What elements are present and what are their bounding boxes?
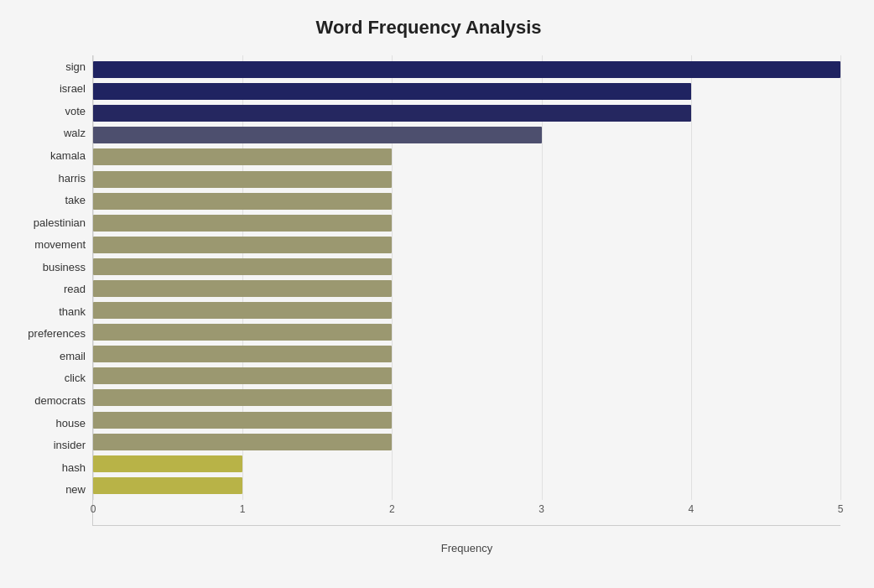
- bar-row: [93, 300, 840, 320]
- bar: [93, 280, 392, 297]
- bar-row: [93, 81, 840, 101]
- bar: [93, 83, 691, 100]
- y-label: israel: [60, 78, 86, 100]
- bar-row: [93, 322, 840, 342]
- bar: [93, 346, 392, 362]
- bar: [93, 455, 242, 472]
- bar-row: [93, 257, 840, 277]
- bar: [93, 258, 392, 275]
- bar-row: [93, 344, 840, 364]
- chart-container: Word Frequency Analysis signisraelvotewa…: [0, 0, 874, 588]
- bar: [93, 105, 691, 122]
- bar-row: [93, 454, 840, 474]
- y-label: read: [64, 278, 86, 300]
- y-label: house: [56, 412, 86, 434]
- y-label: business: [43, 256, 86, 278]
- bar-row: [93, 191, 840, 211]
- x-tick: 0: [91, 503, 96, 515]
- y-label: harris: [58, 167, 86, 189]
- bar-row: [93, 278, 840, 299]
- bar: [93, 412, 392, 429]
- bar-row: [93, 235, 840, 255]
- chart-title: Word Frequency Analysis: [17, 17, 840, 39]
- bar-row: [93, 103, 840, 123]
- bars-area: [93, 55, 840, 500]
- bar: [93, 148, 392, 165]
- y-label: preferences: [28, 323, 86, 345]
- x-tick: 3: [538, 503, 544, 515]
- plot-area: 012345 Frequency: [92, 55, 840, 526]
- bar: [93, 193, 392, 210]
- bar: [93, 477, 242, 494]
- x-tick: 4: [688, 503, 694, 515]
- x-tick: 2: [389, 503, 395, 515]
- bar-row: [93, 125, 840, 145]
- bar: [93, 434, 392, 450]
- y-label: thank: [59, 300, 86, 322]
- y-label: walz: [64, 122, 86, 144]
- bar: [93, 324, 392, 341]
- chart-area: signisraelvotewalzkamalaharristakepalest…: [17, 55, 840, 526]
- bar-row: [93, 432, 840, 452]
- bar: [93, 215, 392, 232]
- x-axis: 012345: [93, 500, 840, 525]
- y-label: insider: [54, 434, 86, 456]
- bar: [93, 367, 392, 384]
- bar: [93, 61, 840, 78]
- y-label: sign: [65, 55, 86, 77]
- y-label: hash: [62, 456, 86, 478]
- x-tick: 5: [838, 503, 844, 515]
- grid-line: [840, 55, 841, 500]
- bar: [93, 302, 392, 319]
- y-label: take: [65, 190, 86, 211]
- bar: [93, 127, 542, 143]
- bar-row: [93, 147, 840, 167]
- y-label: email: [60, 345, 86, 367]
- y-label: palestinian: [34, 211, 86, 233]
- y-label: democrats: [34, 389, 86, 411]
- x-axis-label: Frequency: [441, 542, 492, 554]
- y-axis: signisraelvotewalzkamalaharristakepalest…: [17, 55, 92, 526]
- y-label: new: [65, 479, 86, 501]
- bar-row: [93, 410, 840, 430]
- bar-row: [93, 213, 840, 233]
- bar-row: [93, 476, 840, 496]
- bar: [93, 389, 392, 406]
- y-label: vote: [65, 100, 86, 122]
- y-label: movement: [34, 234, 86, 256]
- bar-row: [93, 388, 840, 408]
- x-tick: 1: [240, 503, 246, 515]
- bar-row: [93, 366, 840, 386]
- bar-row: [93, 60, 840, 80]
- bar: [93, 237, 392, 253]
- y-label: click: [65, 367, 86, 389]
- bar-row: [93, 169, 840, 190]
- y-label: kamala: [50, 144, 86, 166]
- bar: [93, 171, 392, 188]
